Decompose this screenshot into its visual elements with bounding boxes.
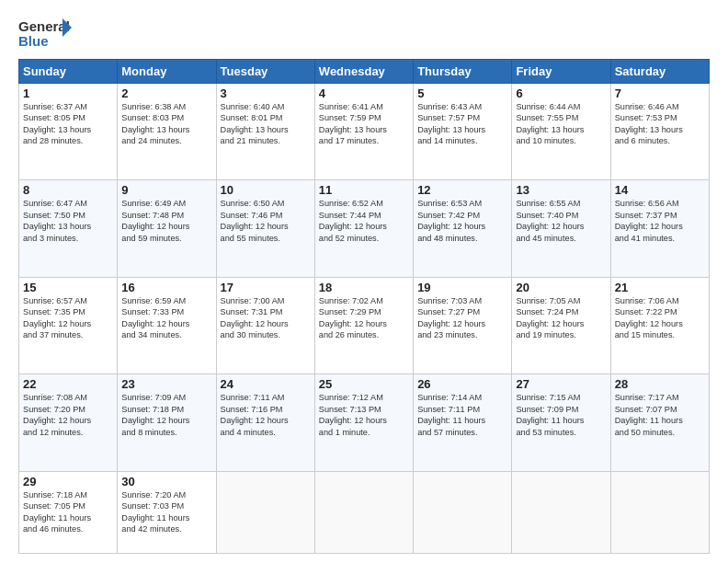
day-number: 21	[615, 281, 705, 294]
cell-info: Sunrise: 6:56 AM Sunset: 7:37 PM Dayligh…	[615, 198, 705, 244]
day-number: 8	[23, 183, 113, 197]
day-number: 3	[221, 86, 311, 100]
day-number: 26	[417, 377, 507, 391]
day-number: 24	[221, 377, 311, 391]
calendar-cell: 18Sunrise: 7:02 AM Sunset: 7:29 PM Dayli…	[314, 277, 413, 373]
calendar-cell: 9Sunrise: 6:49 AM Sunset: 7:48 PM Daylig…	[118, 180, 216, 277]
cell-info: Sunrise: 6:55 AM Sunset: 7:40 PM Dayligh…	[516, 198, 606, 244]
cell-info: Sunrise: 6:53 AM Sunset: 7:42 PM Dayligh…	[417, 198, 507, 244]
cell-info: Sunrise: 7:11 AM Sunset: 7:16 PM Dayligh…	[221, 392, 311, 438]
logo-svg: GeneralBlue	[18, 17, 74, 52]
cell-info: Sunrise: 7:14 AM Sunset: 7:11 PM Dayligh…	[417, 392, 507, 438]
calendar-cell: 14Sunrise: 6:56 AM Sunset: 7:37 PM Dayli…	[610, 180, 709, 277]
calendar-cell: 17Sunrise: 7:00 AM Sunset: 7:31 PM Dayli…	[216, 277, 314, 373]
day-number: 19	[417, 281, 507, 294]
day-header-saturday: Saturday	[610, 60, 709, 84]
day-header-monday: Monday	[118, 60, 216, 84]
calendar-cell: 30Sunrise: 7:20 AM Sunset: 7:03 PM Dayli…	[118, 471, 216, 553]
day-number: 14	[615, 183, 705, 197]
svg-text:Blue: Blue	[18, 33, 49, 49]
calendar-week-1: 1Sunrise: 6:37 AM Sunset: 8:05 PM Daylig…	[19, 84, 710, 180]
cell-info: Sunrise: 7:18 AM Sunset: 7:05 PM Dayligh…	[23, 489, 113, 535]
calendar-cell: 13Sunrise: 6:55 AM Sunset: 7:40 PM Dayli…	[512, 180, 610, 277]
calendar-week-4: 22Sunrise: 7:08 AM Sunset: 7:20 PM Dayli…	[19, 374, 710, 471]
calendar-week-5: 29Sunrise: 7:18 AM Sunset: 7:05 PM Dayli…	[19, 471, 710, 553]
day-number: 11	[319, 183, 409, 197]
calendar-cell: 28Sunrise: 7:17 AM Sunset: 7:07 PM Dayli…	[610, 374, 709, 471]
cell-info: Sunrise: 6:44 AM Sunset: 7:55 PM Dayligh…	[516, 101, 606, 147]
calendar-cell	[610, 471, 709, 553]
day-number: 1	[23, 86, 113, 100]
day-header-thursday: Thursday	[414, 60, 512, 84]
calendar-cell: 1Sunrise: 6:37 AM Sunset: 8:05 PM Daylig…	[19, 84, 118, 180]
day-number: 5	[417, 86, 507, 100]
cell-info: Sunrise: 6:59 AM Sunset: 7:33 PM Dayligh…	[121, 295, 211, 341]
cell-info: Sunrise: 7:20 AM Sunset: 7:03 PM Dayligh…	[121, 489, 211, 535]
calendar-cell: 8Sunrise: 6:47 AM Sunset: 7:50 PM Daylig…	[19, 180, 118, 277]
calendar-cell: 20Sunrise: 7:05 AM Sunset: 7:24 PM Dayli…	[512, 277, 610, 373]
day-number: 22	[23, 377, 113, 391]
day-number: 15	[23, 281, 113, 294]
calendar-cell: 4Sunrise: 6:41 AM Sunset: 7:59 PM Daylig…	[314, 84, 413, 180]
cell-info: Sunrise: 7:02 AM Sunset: 7:29 PM Dayligh…	[319, 295, 409, 341]
calendar-cell	[512, 471, 610, 553]
day-number: 16	[121, 281, 211, 294]
svg-text:General: General	[18, 18, 70, 34]
cell-info: Sunrise: 6:38 AM Sunset: 8:03 PM Dayligh…	[121, 101, 211, 147]
logo: GeneralBlue	[18, 17, 74, 52]
cell-info: Sunrise: 6:41 AM Sunset: 7:59 PM Dayligh…	[319, 101, 409, 147]
day-number: 9	[121, 183, 211, 197]
day-number: 23	[121, 377, 211, 391]
calendar-cell: 26Sunrise: 7:14 AM Sunset: 7:11 PM Dayli…	[414, 374, 512, 471]
calendar-cell	[216, 471, 314, 553]
cell-info: Sunrise: 7:17 AM Sunset: 7:07 PM Dayligh…	[615, 392, 705, 438]
day-number: 18	[319, 281, 409, 294]
calendar-cell: 16Sunrise: 6:59 AM Sunset: 7:33 PM Dayli…	[118, 277, 216, 373]
cell-info: Sunrise: 6:43 AM Sunset: 7:57 PM Dayligh…	[417, 101, 507, 147]
day-number: 29	[23, 475, 113, 488]
day-number: 4	[319, 86, 409, 100]
calendar-cell	[314, 471, 413, 553]
day-header-tuesday: Tuesday	[216, 60, 314, 84]
day-number: 2	[121, 86, 211, 100]
calendar-cell: 12Sunrise: 6:53 AM Sunset: 7:42 PM Dayli…	[414, 180, 512, 277]
cell-info: Sunrise: 7:03 AM Sunset: 7:27 PM Dayligh…	[417, 295, 507, 341]
cell-info: Sunrise: 7:09 AM Sunset: 7:18 PM Dayligh…	[121, 392, 211, 438]
calendar-cell: 24Sunrise: 7:11 AM Sunset: 7:16 PM Dayli…	[216, 374, 314, 471]
calendar-cell: 2Sunrise: 6:38 AM Sunset: 8:03 PM Daylig…	[118, 84, 216, 180]
calendar-cell: 6Sunrise: 6:44 AM Sunset: 7:55 PM Daylig…	[512, 84, 610, 180]
calendar-week-2: 8Sunrise: 6:47 AM Sunset: 7:50 PM Daylig…	[19, 180, 710, 277]
day-number: 10	[221, 183, 311, 197]
day-number: 7	[615, 86, 705, 100]
day-header-friday: Friday	[512, 60, 610, 84]
calendar-cell: 7Sunrise: 6:46 AM Sunset: 7:53 PM Daylig…	[610, 84, 709, 180]
calendar-cell: 27Sunrise: 7:15 AM Sunset: 7:09 PM Dayli…	[512, 374, 610, 471]
calendar-cell: 5Sunrise: 6:43 AM Sunset: 7:57 PM Daylig…	[414, 84, 512, 180]
cell-info: Sunrise: 6:47 AM Sunset: 7:50 PM Dayligh…	[23, 198, 113, 244]
calendar-week-3: 15Sunrise: 6:57 AM Sunset: 7:35 PM Dayli…	[19, 277, 710, 373]
day-number: 28	[615, 377, 705, 391]
day-number: 13	[516, 183, 606, 197]
calendar-header-row: SundayMondayTuesdayWednesdayThursdayFrid…	[19, 60, 710, 84]
cell-info: Sunrise: 6:57 AM Sunset: 7:35 PM Dayligh…	[23, 295, 113, 341]
calendar-table: SundayMondayTuesdayWednesdayThursdayFrid…	[18, 59, 710, 554]
calendar-cell: 23Sunrise: 7:09 AM Sunset: 7:18 PM Dayli…	[118, 374, 216, 471]
cell-info: Sunrise: 6:37 AM Sunset: 8:05 PM Dayligh…	[23, 101, 113, 147]
calendar-cell: 10Sunrise: 6:50 AM Sunset: 7:46 PM Dayli…	[216, 180, 314, 277]
day-number: 25	[319, 377, 409, 391]
cell-info: Sunrise: 6:40 AM Sunset: 8:01 PM Dayligh…	[221, 101, 311, 147]
header: GeneralBlue	[18, 17, 710, 52]
day-number: 20	[516, 281, 606, 294]
day-number: 12	[417, 183, 507, 197]
cell-info: Sunrise: 6:50 AM Sunset: 7:46 PM Dayligh…	[221, 198, 311, 244]
calendar-cell: 19Sunrise: 7:03 AM Sunset: 7:27 PM Dayli…	[414, 277, 512, 373]
cell-info: Sunrise: 7:06 AM Sunset: 7:22 PM Dayligh…	[615, 295, 705, 341]
calendar-cell: 3Sunrise: 6:40 AM Sunset: 8:01 PM Daylig…	[216, 84, 314, 180]
day-number: 30	[121, 475, 211, 488]
calendar-cell: 11Sunrise: 6:52 AM Sunset: 7:44 PM Dayli…	[314, 180, 413, 277]
cell-info: Sunrise: 7:15 AM Sunset: 7:09 PM Dayligh…	[516, 392, 606, 438]
day-header-sunday: Sunday	[19, 60, 118, 84]
calendar-cell	[414, 471, 512, 553]
cell-info: Sunrise: 6:49 AM Sunset: 7:48 PM Dayligh…	[121, 198, 211, 244]
cell-info: Sunrise: 7:12 AM Sunset: 7:13 PM Dayligh…	[319, 392, 409, 438]
